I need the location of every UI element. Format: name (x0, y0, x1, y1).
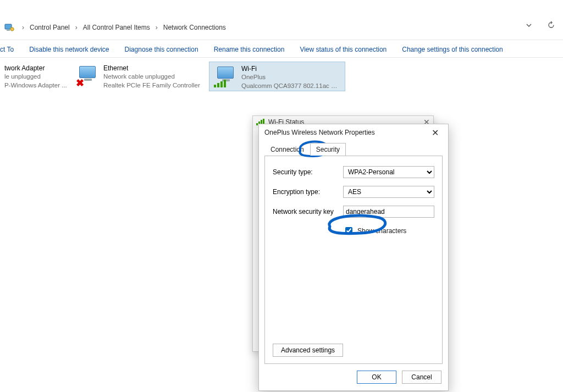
cmd-disable-device[interactable]: Disable this network device (29, 46, 109, 53)
chevron-right-icon: › (72, 24, 81, 31)
breadcrumb-all-items[interactable]: All Control Panel Items (81, 23, 152, 32)
adapter-item-wifi[interactable]: Wi-Fi OnePlus Qualcomm QCA9377 802.11ac … (209, 62, 345, 91)
tab-connection[interactable]: Connection (264, 143, 310, 156)
security-type-select[interactable]: WPA2-Personal (343, 166, 434, 178)
breadcrumb-network-connections[interactable]: Network Connections (161, 23, 228, 32)
dialog-title: OnePlus Wireless Network Properties (264, 129, 375, 136)
adapter-status: OnePlus (241, 73, 340, 82)
command-bar: ct To Disable this network device Diagno… (0, 43, 563, 56)
encryption-type-select[interactable]: AES (343, 186, 434, 198)
network-key-input[interactable] (343, 206, 434, 218)
signal-bars-icon (214, 80, 226, 87)
adapter-status: le unplugged (4, 73, 67, 81)
svg-rect-1 (7, 30, 10, 31)
cmd-diagnose[interactable]: Diagnose this connection (125, 46, 198, 53)
security-type-label: Security type: (273, 168, 343, 176)
ethernet-icon: ✖ (76, 64, 100, 88)
control-panel-icon (4, 23, 14, 32)
cmd-rename[interactable]: Rename this connection (214, 46, 285, 53)
cmd-view-status[interactable]: View status of this connection (300, 46, 387, 53)
chevron-down-icon[interactable] (525, 21, 533, 29)
adapter-device: Realtek PCIe FE Family Controller (103, 81, 200, 90)
wifi-adapter-icon (214, 64, 238, 89)
advanced-settings-button[interactable]: Advanced settings (273, 344, 343, 357)
adapter-list: twork Adapter le unplugged P-Windows Ada… (0, 62, 563, 95)
cmd-change-settings[interactable]: Change settings of this connection (402, 46, 503, 53)
network-properties-dialog: OnePlus Wireless Network Properties ✕ Co… (258, 124, 449, 391)
adapter-item-ethernet[interactable]: ✖ Ethernet Network cable unplugged Realt… (71, 62, 209, 91)
chevron-right-icon: › (19, 24, 27, 31)
refresh-icon[interactable] (547, 21, 555, 29)
encryption-type-label: Encryption type: (273, 188, 343, 196)
chevron-right-icon: › (152, 24, 161, 31)
close-icon[interactable]: ✕ (427, 128, 443, 138)
breadcrumb-control-panel[interactable]: Control Panel (27, 23, 72, 32)
cancel-button[interactable]: Cancel (402, 371, 441, 384)
adapter-status: Network cable unplugged (103, 73, 200, 81)
tab-panel-security: Security type: WPA2-Personal Encryption … (264, 156, 443, 364)
show-characters-label: Show characters (357, 227, 406, 235)
network-adapter-icon (0, 64, 1, 88)
adapter-name: Ethernet (103, 64, 200, 73)
divider (0, 40, 563, 40)
svg-point-2 (10, 27, 14, 31)
adapter-device: Qualcomm QCA9377 802.11ac Wi... (241, 82, 340, 91)
tab-security[interactable]: Security (310, 143, 346, 156)
adapter-name: twork Adapter (4, 64, 67, 73)
ok-button[interactable]: OK (357, 371, 396, 384)
error-x-icon: ✖ (76, 78, 84, 88)
tab-strip: Connection Security (259, 141, 448, 156)
divider (0, 57, 563, 58)
adapter-item[interactable]: twork Adapter le unplugged P-Windows Ada… (0, 62, 71, 91)
cmd-connect-to[interactable]: ct To (0, 46, 14, 53)
adapter-name: Wi-Fi (241, 64, 340, 73)
adapter-device: P-Windows Adapter ... (4, 81, 67, 90)
show-characters-checkbox[interactable] (345, 227, 352, 234)
address-bar: › Control Panel › All Control Panel Item… (0, 21, 563, 34)
network-key-label: Network security key (273, 208, 343, 216)
